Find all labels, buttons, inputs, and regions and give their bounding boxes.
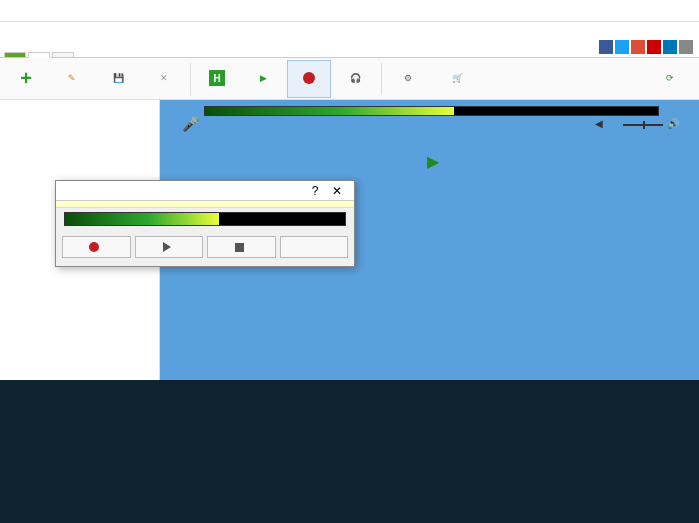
share-icon[interactable] bbox=[679, 40, 693, 54]
speaker-icon[interactable]: 🔊 bbox=[667, 118, 679, 129]
minimize-button[interactable] bbox=[605, 1, 635, 21]
tab-voice[interactable] bbox=[28, 52, 50, 58]
googleplus-icon[interactable] bbox=[631, 40, 645, 54]
twitter-icon[interactable] bbox=[615, 40, 629, 54]
log-console[interactable] bbox=[0, 380, 699, 523]
recordings-button[interactable]: 🎧 bbox=[333, 60, 377, 98]
maximize-button[interactable] bbox=[635, 1, 665, 21]
new-button[interactable]: + bbox=[4, 60, 48, 98]
delete-icon: ✕ bbox=[155, 69, 173, 87]
plus-icon: + bbox=[17, 69, 35, 87]
record-button[interactable] bbox=[287, 60, 331, 98]
delete-button[interactable]: ✕ bbox=[142, 60, 186, 98]
dialog-hint bbox=[56, 201, 354, 208]
hotkey-button[interactable]: H bbox=[195, 60, 239, 98]
titlebar bbox=[0, 0, 699, 22]
cart-icon: 🛒 bbox=[448, 69, 466, 87]
options-button[interactable]: ⚙ bbox=[386, 60, 430, 98]
edit-button[interactable]: ✎ bbox=[50, 60, 94, 98]
dialog-stop-button[interactable] bbox=[207, 236, 276, 258]
dialog-record-button[interactable] bbox=[62, 236, 131, 258]
preview-button[interactable]: ▶ bbox=[241, 60, 285, 98]
close-button[interactable] bbox=[665, 1, 695, 21]
buy-button[interactable]: 🛒 bbox=[432, 60, 482, 98]
headphones-icon: 🎧 bbox=[346, 69, 364, 87]
speaker-left-icon[interactable]: ◀ bbox=[595, 118, 603, 129]
mic-bar bbox=[204, 106, 659, 116]
toolbar-divider bbox=[190, 63, 191, 95]
facebook-icon[interactable] bbox=[599, 40, 613, 54]
menubar bbox=[0, 22, 699, 40]
chain-title: ▶ bbox=[421, 152, 439, 171]
toolbar: + ✎ 💾 ✕ H ▶ 🎧 ⚙ 🛒 ⟳ bbox=[0, 58, 699, 100]
youtube-icon[interactable] bbox=[647, 40, 661, 54]
hotkey-icon: H bbox=[209, 70, 225, 86]
chain-play-icon[interactable]: ▶ bbox=[427, 152, 439, 171]
dialog-close-button[interactable]: ✕ bbox=[326, 184, 348, 198]
suite-icon: ⟳ bbox=[661, 69, 679, 87]
nch-suite-button[interactable]: ⟳ bbox=[645, 60, 695, 98]
dialog-ticks bbox=[56, 208, 354, 210]
volume-slider[interactable] bbox=[623, 124, 663, 126]
linkedin-icon[interactable] bbox=[663, 40, 677, 54]
record-icon bbox=[300, 69, 318, 87]
toolbar-divider bbox=[381, 63, 382, 95]
play-icon bbox=[163, 242, 171, 252]
dialog-open-button[interactable] bbox=[280, 236, 349, 258]
tabbar bbox=[0, 40, 699, 58]
mic-icon: 🎤 bbox=[182, 116, 199, 132]
tab-file[interactable] bbox=[4, 52, 26, 57]
gear-icon: ⚙ bbox=[399, 69, 417, 87]
record-dialog: ? ✕ bbox=[55, 180, 355, 267]
play-icon: ▶ bbox=[254, 69, 272, 87]
tab-tools[interactable] bbox=[52, 52, 74, 57]
dialog-listen-button[interactable] bbox=[135, 236, 204, 258]
dialog-titlebar[interactable]: ? ✕ bbox=[56, 181, 354, 201]
mic-level-meter: 🎤 🔊 ◀ bbox=[174, 106, 685, 134]
dialog-level-bar bbox=[64, 212, 346, 226]
stop-icon bbox=[235, 243, 244, 252]
dialog-help-button[interactable]: ? bbox=[304, 184, 326, 198]
social-links bbox=[599, 40, 693, 54]
save-button[interactable]: 💾 bbox=[96, 60, 140, 98]
record-icon bbox=[89, 242, 99, 252]
pencil-icon: ✎ bbox=[63, 69, 81, 87]
save-icon: 💾 bbox=[109, 69, 127, 87]
